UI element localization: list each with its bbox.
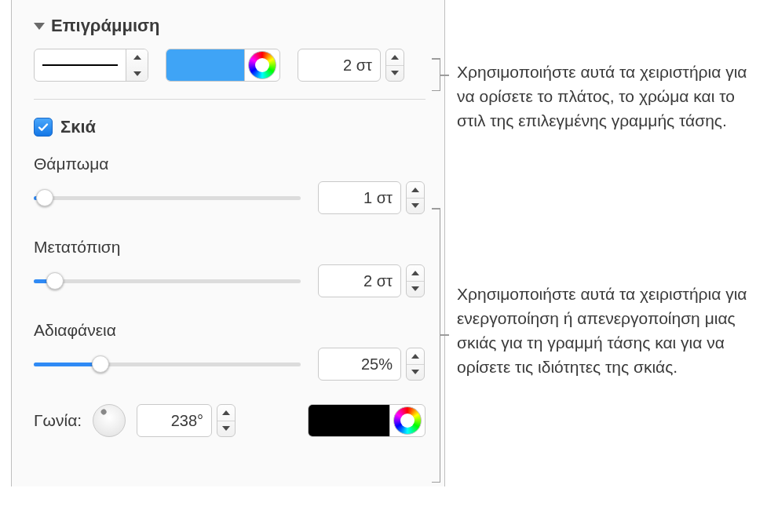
chevron-up-icon[interactable] bbox=[217, 405, 235, 421]
stroke-width-input[interactable]: 2 στ bbox=[298, 49, 381, 82]
shadow-checkbox[interactable] bbox=[34, 118, 53, 137]
angle-input[interactable]: 238° bbox=[137, 404, 212, 437]
blur-slider[interactable] bbox=[34, 189, 301, 206]
shadow-color-swatch[interactable] bbox=[308, 404, 426, 437]
offset-stepper[interactable] bbox=[406, 264, 425, 297]
angle-dial[interactable] bbox=[93, 404, 126, 437]
chevron-up-icon[interactable] bbox=[407, 265, 424, 282]
color-wheel-icon[interactable] bbox=[393, 406, 422, 435]
opacity-input[interactable]: 25% bbox=[318, 348, 401, 381]
offset-slider[interactable] bbox=[34, 272, 301, 290]
callout-stroke-text: Χρησιμοποιήστε αυτά τα χειριστήρια για ν… bbox=[457, 60, 754, 133]
shadow-checkbox-label: Σκιά bbox=[60, 117, 96, 137]
stroke-section-header[interactable]: Επιγράμμιση bbox=[34, 16, 426, 36]
shadow-checkbox-row[interactable]: Σκιά bbox=[34, 117, 426, 137]
stroke-color-preview bbox=[166, 49, 244, 81]
callouts: Χρησιμοποιήστε αυτά τα χειριστήρια για ν… bbox=[457, 60, 754, 529]
opacity-label: Αδιαφάνεια bbox=[34, 321, 426, 340]
callout-bracket bbox=[440, 208, 440, 483]
stroke-color-swatch[interactable] bbox=[166, 49, 280, 82]
chevron-down-icon bbox=[34, 23, 45, 30]
opacity-stepper[interactable] bbox=[406, 348, 425, 381]
color-wheel-icon[interactable] bbox=[248, 51, 276, 79]
chevron-down-icon[interactable] bbox=[407, 282, 424, 297]
blur-label: Θάμπωμα bbox=[34, 155, 426, 173]
opacity-slider[interactable] bbox=[34, 355, 301, 373]
chevron-up-icon[interactable] bbox=[386, 49, 404, 66]
callout-bracket bbox=[440, 58, 440, 91]
chevron-down-icon[interactable] bbox=[386, 66, 404, 82]
angle-row: Γωνία: 238° bbox=[34, 404, 426, 437]
chevron-down-icon[interactable] bbox=[126, 65, 148, 82]
stroke-width-stepper: 2 στ bbox=[298, 49, 404, 82]
line-style-preview bbox=[35, 64, 126, 66]
stroke-width-stepper-buttons[interactable] bbox=[385, 49, 404, 82]
line-style-select[interactable] bbox=[34, 49, 148, 82]
chevron-down-icon[interactable] bbox=[407, 199, 424, 214]
line-style-stepper[interactable] bbox=[126, 49, 148, 82]
callout-shadow-text: Χρησιμοποιήστε αυτά τα χειριστήρια για ε… bbox=[457, 282, 754, 379]
offset-row: 2 στ bbox=[34, 264, 426, 297]
offset-input[interactable]: 2 στ bbox=[318, 264, 401, 297]
opacity-row: 25% bbox=[34, 348, 426, 381]
angle-stepper[interactable] bbox=[217, 404, 236, 437]
blur-stepper[interactable] bbox=[406, 181, 425, 214]
divider bbox=[34, 99, 426, 100]
stroke-controls-row: 2 στ bbox=[34, 49, 426, 82]
inspector-panel: Επιγράμμιση 2 στ Σκιά bbox=[11, 0, 445, 486]
offset-label: Μετατόπιση bbox=[34, 238, 426, 257]
chevron-up-icon[interactable] bbox=[126, 49, 148, 65]
stroke-section-title: Επιγράμμιση bbox=[51, 16, 160, 36]
shadow-color-preview bbox=[309, 405, 389, 436]
chevron-down-icon[interactable] bbox=[407, 365, 424, 381]
check-icon bbox=[37, 121, 49, 133]
chevron-up-icon[interactable] bbox=[407, 348, 424, 365]
angle-label: Γωνία: bbox=[34, 411, 82, 430]
chevron-up-icon[interactable] bbox=[407, 182, 424, 199]
blur-row: 1 στ bbox=[34, 181, 426, 214]
blur-input[interactable]: 1 στ bbox=[318, 181, 401, 214]
chevron-down-icon[interactable] bbox=[217, 421, 235, 437]
